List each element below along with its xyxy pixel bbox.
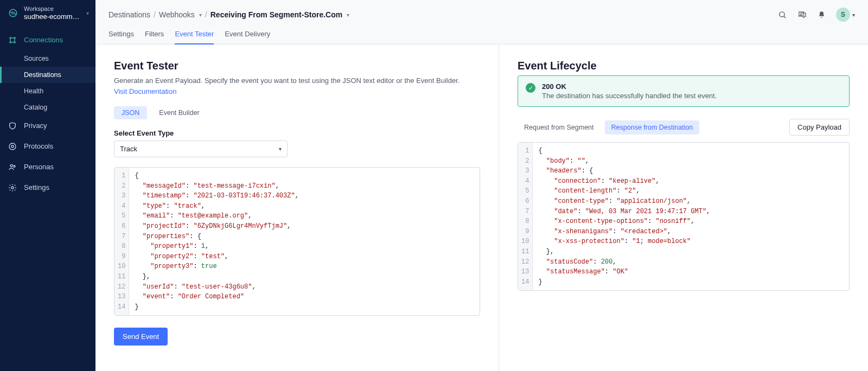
workspace-label: Workspace bbox=[24, 5, 81, 12]
send-event-button[interactable]: Send Event bbox=[114, 328, 168, 346]
svg-point-1 bbox=[10, 37, 11, 39]
check-circle-icon: ✓ bbox=[526, 83, 535, 93]
editor-mode-builder[interactable]: Event Builder bbox=[151, 106, 207, 119]
event-lifecycle-panel: Event Lifecycle ✓ 200 OK The destination… bbox=[499, 44, 868, 371]
breadcrumb: Destinations / Webhooks ▾ / Receiving Fr… bbox=[108, 10, 349, 19]
workspace-switcher[interactable]: Workspace sudhee-ecommer... ▾ bbox=[0, 0, 95, 27]
docs-link[interactable]: Visit Documentation bbox=[114, 87, 176, 95]
svg-point-5 bbox=[11, 145, 14, 148]
personas-icon bbox=[8, 162, 17, 172]
nav-health[interactable]: Health bbox=[0, 83, 95, 99]
editor-mode-json[interactable]: JSON bbox=[114, 106, 147, 119]
chevron-down-icon: ▾ bbox=[279, 146, 282, 152]
svg-point-0 bbox=[9, 10, 17, 17]
viewer-body: { "body": "", "headers": { "connection":… bbox=[533, 143, 849, 290]
payload-editor[interactable]: 1234567891011121314 { "messageId": "test… bbox=[114, 167, 480, 316]
tab-settings[interactable]: Settings bbox=[108, 24, 134, 44]
page-title: Event Tester bbox=[114, 60, 480, 72]
breadcrumb-current: Receiving From Segment-Store.Com bbox=[210, 10, 343, 19]
chevron-down-icon: ▾ bbox=[852, 12, 855, 18]
topbar: Destinations / Webhooks ▾ / Receiving Fr… bbox=[95, 0, 868, 24]
status-message: The destination has successfully handled… bbox=[542, 92, 717, 100]
nav-sources[interactable]: Sources bbox=[0, 50, 95, 67]
svg-point-2 bbox=[14, 37, 16, 39]
page-description: Generate an Event Payload. Specify the e… bbox=[114, 75, 461, 97]
svg-point-3 bbox=[10, 41, 11, 43]
nav-protocols-label: Protocols bbox=[24, 142, 53, 150]
connections-icon bbox=[8, 35, 17, 45]
user-menu[interactable]: S ▾ bbox=[836, 8, 855, 22]
tab-filters[interactable]: Filters bbox=[145, 24, 164, 44]
chevron-down-icon[interactable]: ▾ bbox=[199, 12, 202, 18]
protocols-icon bbox=[8, 142, 17, 151]
viewer-gutter: 1234567891011121314 bbox=[518, 143, 533, 290]
event-tester-panel: Event Tester Generate an Event Payload. … bbox=[95, 44, 499, 371]
svg-point-6 bbox=[9, 143, 16, 150]
svg-point-8 bbox=[14, 165, 15, 167]
nav-connections-label: Connections bbox=[24, 36, 63, 44]
main-area: Destinations / Webhooks ▾ / Receiving Fr… bbox=[95, 0, 868, 371]
event-type-value: Track bbox=[120, 145, 137, 153]
status-title: 200 OK bbox=[542, 82, 717, 91]
svg-point-7 bbox=[10, 164, 12, 167]
response-viewer: 1234567891011121314 { "body": "", "heade… bbox=[518, 142, 850, 291]
chat-icon[interactable] bbox=[797, 10, 807, 20]
nav-settings[interactable]: Settings bbox=[0, 177, 95, 198]
lifecycle-title: Event Lifecycle bbox=[518, 60, 850, 72]
nav-protocols[interactable]: Protocols bbox=[0, 136, 95, 157]
status-banner: ✓ 200 OK The destination has successfull… bbox=[518, 75, 850, 107]
shield-icon bbox=[8, 121, 17, 131]
nav-personas[interactable]: Personas bbox=[0, 157, 95, 177]
bell-icon[interactable] bbox=[816, 10, 826, 20]
svg-point-4 bbox=[14, 41, 16, 43]
breadcrumb-destinations[interactable]: Destinations bbox=[108, 10, 150, 19]
editor-body[interactable]: { "messageId": "test-message-i7cxin", "t… bbox=[129, 168, 480, 315]
tab-request[interactable]: Request from Segment bbox=[518, 120, 601, 135]
nav-privacy-label: Privacy bbox=[24, 121, 47, 130]
avatar: S bbox=[836, 8, 850, 22]
svg-point-9 bbox=[11, 187, 14, 189]
breadcrumb-sep: / bbox=[205, 10, 207, 19]
breadcrumb-webhooks[interactable]: Webhooks bbox=[159, 10, 195, 19]
chevron-down-icon: ▾ bbox=[86, 10, 89, 16]
destination-tabs: Settings Filters Event Tester Event Deli… bbox=[95, 24, 868, 44]
tab-event-tester[interactable]: Event Tester bbox=[175, 24, 214, 44]
nav-personas-label: Personas bbox=[24, 163, 54, 171]
editor-gutter: 1234567891011121314 bbox=[114, 168, 129, 315]
nav-destinations[interactable]: Destinations bbox=[0, 67, 95, 83]
nav-settings-label: Settings bbox=[24, 183, 49, 191]
gear-icon bbox=[8, 183, 17, 193]
nav-catalog[interactable]: Catalog bbox=[0, 99, 95, 116]
nav-connections[interactable]: Connections bbox=[0, 30, 95, 50]
copy-payload-button[interactable]: Copy Payload bbox=[789, 119, 850, 136]
workspace-name: sudhee-ecommer... bbox=[24, 12, 81, 21]
svg-point-10 bbox=[779, 11, 784, 16]
chevron-down-icon[interactable]: ▾ bbox=[347, 12, 349, 18]
tab-event-delivery[interactable]: Event Delivery bbox=[225, 24, 270, 44]
nav-privacy[interactable]: Privacy bbox=[0, 116, 95, 136]
event-type-select[interactable]: Track ▾ bbox=[114, 140, 288, 157]
search-icon[interactable] bbox=[777, 10, 787, 20]
segment-logo-icon bbox=[8, 8, 18, 18]
sidebar: Workspace sudhee-ecommer... ▾ Connection… bbox=[0, 0, 95, 371]
event-type-label: Select Event Type bbox=[114, 129, 480, 137]
breadcrumb-sep: / bbox=[154, 10, 156, 19]
tab-response[interactable]: Response from Destination bbox=[605, 120, 700, 135]
